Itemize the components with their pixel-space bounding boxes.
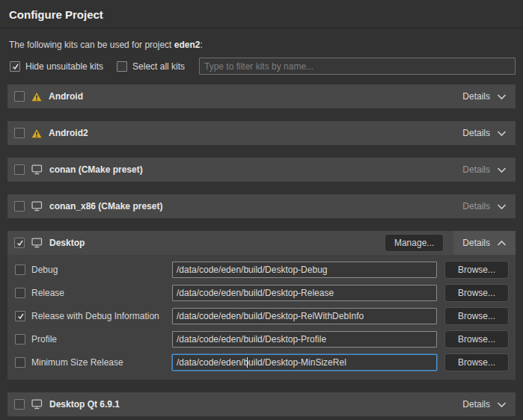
warning-icon — [31, 129, 42, 138]
browse-button[interactable]: Browse... — [444, 261, 509, 279]
kit-name: Desktop Qt 6.9.1 — [49, 399, 120, 410]
kit-name: Desktop — [49, 238, 85, 248]
select-all-kits-checkbox[interactable]: Select all kits — [117, 61, 185, 72]
desktop-icon — [31, 201, 43, 211]
page-title: Configure Project — [9, 8, 514, 21]
intro-text: The following kits can be used for proje… — [9, 40, 514, 50]
details-label: Details — [462, 399, 490, 410]
kit-checkbox[interactable] — [14, 201, 25, 211]
chevron-up-icon — [497, 240, 507, 247]
details-toggle: Details — [453, 158, 516, 182]
kit-checkbox[interactable] — [14, 238, 25, 248]
config-label: Profile — [31, 334, 172, 345]
kit-header[interactable]: Android2 Details — [7, 121, 516, 145]
browse-button[interactable]: Browse... — [444, 307, 509, 325]
details-toggle[interactable]: Details — [453, 392, 516, 416]
kit-conan: conan (CMake preset) Details — [7, 158, 516, 182]
build-config-profile: Profile Browse... — [15, 331, 509, 348]
kit-checkbox[interactable] — [14, 128, 25, 138]
browse-button[interactable]: Browse... — [444, 330, 509, 348]
build-config-minsizerel: Minimum Size Release Browse... — [15, 354, 509, 371]
project-name: eden2 — [174, 40, 201, 50]
desktop-icon — [31, 399, 43, 410]
details-label: Details — [462, 128, 490, 138]
config-checkbox[interactable] — [15, 311, 25, 321]
kit-filter-input[interactable] — [199, 58, 516, 75]
details-label: Details — [462, 238, 490, 248]
hide-unsuitable-kits-label: Hide unsuitable kits — [25, 61, 103, 72]
kit-header[interactable]: Android Details — [7, 84, 516, 108]
build-dir-field — [172, 308, 437, 324]
kit-details-panel: Debug Browse... Release Browse... — [7, 255, 516, 380]
kit-name: conan_x86 (CMake preset) — [49, 201, 162, 211]
checkbox-icon — [10, 61, 20, 72]
build-dir-field — [172, 331, 437, 348]
kit-name: conan (CMake preset) — [49, 164, 143, 175]
kit-conan-x86: conan_x86 (CMake preset) Details — [7, 194, 516, 218]
build-dir-field — [172, 285, 437, 301]
chevron-down-icon — [497, 130, 507, 137]
kit-header[interactable]: Desktop Qt 6.9.1 Details — [7, 392, 516, 416]
desktop-icon — [31, 238, 43, 248]
kit-name: Android2 — [49, 128, 88, 138]
select-all-kits-label: Select all kits — [132, 61, 185, 72]
chevron-down-icon — [497, 167, 507, 173]
build-dir-input[interactable] — [172, 285, 437, 301]
details-toggle[interactable]: Details — [453, 121, 516, 145]
details-toggle: Details — [453, 194, 516, 218]
kit-header[interactable]: conan_x86 (CMake preset) Details — [7, 194, 516, 218]
intro-prefix: The following kits can be used for proje… — [9, 40, 174, 50]
kit-desktop: Desktop Manage... Details Debug Browse..… — [7, 231, 516, 380]
kit-filter-bar: Hide unsuitable kits Select all kits — [7, 58, 516, 75]
configure-project-page: Configure Project The following kits can… — [0, 0, 523, 420]
build-config-relwithdebinfo: Release with Debug Information Browse... — [15, 308, 509, 324]
build-dir-input[interactable] — [172, 331, 437, 348]
hide-unsuitable-kits-checkbox[interactable]: Hide unsuitable kits — [10, 61, 103, 72]
build-config-release: Release Browse... — [15, 285, 509, 301]
config-label: Release — [31, 288, 172, 298]
details-toggle[interactable]: Details — [453, 231, 516, 255]
build-dir-field — [172, 262, 437, 278]
config-checkbox[interactable] — [15, 357, 25, 368]
details-label: Details — [462, 201, 490, 211]
build-dir-input[interactable] — [172, 354, 437, 371]
kit-checkbox[interactable] — [14, 399, 25, 410]
intro-suffix: : — [200, 40, 202, 50]
config-checkbox[interactable] — [15, 265, 25, 275]
manage-button[interactable]: Manage... — [385, 234, 444, 252]
browse-button[interactable]: Browse... — [444, 353, 509, 371]
kit-desktop-qt-691: Desktop Qt 6.9.1 Details — [7, 392, 516, 416]
warning-icon — [31, 92, 42, 102]
kit-header[interactable]: Desktop Manage... Details — [7, 231, 516, 255]
config-label: Debug — [31, 265, 172, 275]
build-config-debug: Debug Browse... — [15, 262, 509, 278]
kit-list: Android Details Android2 Details — [0, 84, 523, 420]
details-toggle[interactable]: Details — [453, 84, 516, 108]
chevron-down-icon — [497, 401, 507, 408]
config-label: Minimum Size Release — [31, 357, 172, 368]
chevron-down-icon — [497, 203, 507, 210]
browse-button[interactable]: Browse... — [444, 284, 509, 302]
details-label: Details — [462, 164, 490, 175]
details-label: Details — [462, 91, 490, 102]
page-header: Configure Project — [0, 0, 523, 28]
kit-checkbox[interactable] — [14, 91, 25, 102]
kit-name: Android — [49, 91, 83, 102]
build-dir-input[interactable] — [172, 262, 437, 278]
checkbox-icon — [117, 61, 127, 72]
config-checkbox[interactable] — [15, 334, 25, 345]
kit-checkbox[interactable] — [14, 164, 25, 175]
desktop-icon — [31, 164, 43, 175]
text-caret — [247, 357, 248, 368]
kit-android2: Android2 Details — [7, 121, 516, 145]
chevron-down-icon — [497, 93, 507, 100]
config-label: Release with Debug Information — [31, 311, 172, 321]
build-dir-input[interactable] — [172, 308, 437, 324]
build-dir-field-focused — [172, 354, 437, 371]
kit-android: Android Details — [7, 84, 516, 108]
config-checkbox[interactable] — [15, 288, 25, 298]
kit-header[interactable]: conan (CMake preset) Details — [7, 158, 516, 182]
